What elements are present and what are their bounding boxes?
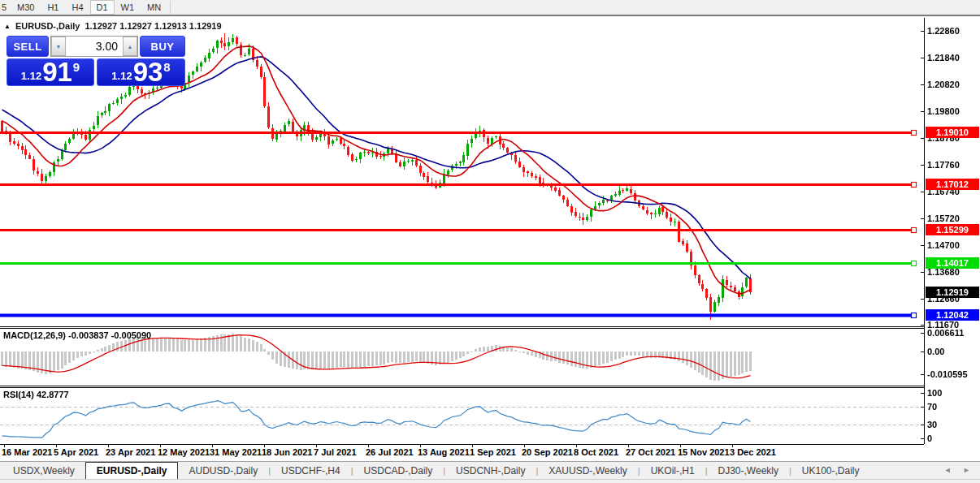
chart-tab-usdcad-daily[interactable]: USDCAD-,Daily	[353, 464, 444, 479]
rsi-pane-canvas[interactable]	[0, 387, 924, 444]
pane-separator	[0, 387, 924, 388]
chart-ohlc-values: 1.12927 1.12927 1.12913 1.12919	[85, 21, 221, 31]
price-axis-tick-mark	[921, 245, 924, 246]
timeframe-button-m30[interactable]: M30	[11, 0, 41, 15]
rsi-axis-tick-mark	[921, 393, 924, 394]
macd-axis-tick: 0.00	[927, 347, 978, 356]
current-price-label: 1.12919	[926, 287, 979, 298]
rsi-axis-tick: 100	[927, 388, 942, 398]
sell-price-panel[interactable]: 1.12 91 9	[7, 58, 94, 86]
hline-price-label: 1.19010	[926, 127, 979, 138]
date-label: 15 Nov 2021	[678, 447, 730, 457]
price-axis-tick: 1.14700	[927, 240, 960, 250]
price-axis-tick-mark	[921, 192, 924, 192]
volume-spinner: ▼ ▲	[50, 36, 138, 57]
sell-price-prefix: 1.12	[21, 70, 41, 82]
timeframe-button-w1[interactable]: W1	[115, 0, 141, 15]
price-axis-tick-mark	[921, 272, 924, 273]
price-axis-tick: 1.19800	[927, 106, 960, 116]
price-axis-tick-mark	[921, 299, 924, 300]
hline-price-label: 1.14017	[926, 257, 979, 269]
rsi-axis-tick-mark	[921, 425, 924, 425]
timeframe-button-d1[interactable]: D1	[90, 0, 115, 15]
price-axis-tick-mark	[921, 138, 924, 139]
price-axis-tick-mark	[921, 111, 924, 112]
timeframe-button-h1[interactable]: H1	[41, 0, 65, 15]
rsi-axis-tick: 30	[927, 420, 937, 429]
price-axis-tick: 1.21840	[927, 53, 960, 63]
sell-price-big: 91	[42, 60, 72, 84]
price-axis-tick: 1.20820	[927, 80, 960, 89]
hline-price-label: 1.17012	[926, 179, 979, 190]
chart-tab-usdx-weekly[interactable]: USDX,Weekly	[2, 464, 85, 479]
date-axis-line	[0, 444, 924, 445]
macd-indicator-label: MACD(12,26,9) -0.003837 -0.005090	[3, 330, 151, 340]
date-label: 8 Oct 2021	[574, 447, 618, 457]
macd-axis-tick: -0.010595	[927, 369, 978, 379]
date-label: 16 Mar 2021	[2, 447, 52, 457]
chart-tab-dj30-weekly[interactable]: DJ30-,Weekly	[708, 464, 789, 479]
date-label: 13 Aug 2021	[418, 447, 470, 457]
chart-window: ▲ EURUSD-,Daily 1.12927 1.12927 1.12913 …	[0, 18, 980, 461]
date-label: 31 May 2021	[210, 447, 262, 457]
price-axis-tick-mark	[921, 325, 924, 326]
date-label: 23 Apr 2021	[106, 447, 155, 457]
date-label: 20 Sep 2021	[522, 447, 573, 457]
one-click-trading-widget: SELL ▼ ▲ BUY 1.12 91 9 1.12 93 8	[7, 36, 185, 86]
rsi-indicator-label: RSI(14) 42.8777	[3, 390, 69, 399]
timeframe-button-h4[interactable]: H4	[65, 0, 89, 15]
chart-tab-ukoil-h1[interactable]: UKOil-,H1	[640, 464, 705, 479]
tab-scroll-icons[interactable]: ◄ ►	[944, 466, 975, 474]
date-label: 26 Jul 2021	[366, 447, 414, 457]
chart-tab-uk100-daily[interactable]: UK100-,Daily	[791, 464, 870, 479]
pane-separator[interactable]	[0, 326, 924, 327]
buy-price-panel[interactable]: 1.12 93 8	[97, 58, 185, 86]
macd-axis-tick: 0.006611	[927, 328, 978, 338]
hline-price-label: 1.15299	[926, 224, 979, 235]
trading-platform-window: 5M30H1H4D1W1MN ▲ EURUSD-,Daily 1.12927 1…	[0, 0, 980, 483]
buy-price-big: 93	[133, 60, 163, 84]
price-axis-tick: 1.15720	[927, 213, 960, 223]
buy-price-prefix: 1.12	[111, 70, 132, 82]
timeframe-button-5[interactable]: 5	[0, 0, 11, 15]
chart-tab-eurusd-daily[interactable]: EURUSD-,Daily	[85, 462, 179, 479]
chart-tab-usdcnh-daily[interactable]: USDCNH-,Daily	[445, 464, 536, 479]
pane-separator[interactable]	[0, 386, 924, 386]
volume-input[interactable]	[66, 37, 123, 56]
pane-separator	[0, 328, 924, 329]
price-axis-line	[924, 18, 925, 444]
price-axis-tick-mark	[921, 218, 924, 219]
date-label: 5 Apr 2021	[54, 447, 98, 457]
timeframe-toolbar: 5M30H1H4D1W1MN	[0, 0, 980, 16]
date-label: 18 Jun 2021	[262, 447, 312, 457]
date-label: 3 Dec 2021	[730, 447, 776, 457]
date-label: 1 Sep 2021	[470, 447, 516, 457]
rsi-axis-tick-mark	[921, 407, 924, 408]
date-label: 27 Oct 2021	[626, 447, 675, 457]
chart-tab-xauusd-weekly[interactable]: XAUUSD-,Weekly	[538, 464, 637, 479]
chart-tab-audusd-daily[interactable]: AUDUSD-,Daily	[178, 464, 268, 479]
price-axis-tick-mark	[921, 84, 924, 85]
chart-title-bar: ▲ EURUSD-,Daily 1.12927 1.12927 1.12913 …	[4, 21, 222, 31]
rsi-axis-tick-mark	[921, 438, 924, 439]
macd-axis-tick-mark	[921, 374, 924, 375]
chart-tab-usdchf-h4[interactable]: USDCHF-,H4	[271, 464, 351, 479]
status-strip	[0, 479, 980, 483]
chart-symbol-title: EURUSD-,Daily	[15, 21, 80, 31]
price-axis-tick-mark	[921, 58, 924, 58]
buy-price-pip: 8	[163, 60, 170, 74]
date-label: 7 Jul 2021	[314, 447, 357, 457]
buy-button[interactable]: BUY	[140, 36, 185, 57]
date-label: 12 May 2021	[158, 447, 210, 457]
volume-increase-icon[interactable]: ▲	[123, 37, 137, 56]
rsi-axis-tick: 70	[927, 402, 937, 412]
chart-collapse-icon[interactable]: ▲	[4, 23, 11, 30]
sell-button[interactable]: SELL	[7, 36, 49, 57]
toolbar-separator	[170, 1, 171, 14]
volume-decrease-icon[interactable]: ▼	[51, 37, 66, 56]
price-axis-tick: 1.22860	[927, 26, 960, 36]
timeframe-button-mn[interactable]: MN	[141, 0, 167, 15]
chart-tab-bar: USDX,WeeklyEURUSD-,DailyAUDUSD-,Daily|US…	[0, 461, 980, 479]
rsi-axis-tick: 0	[927, 433, 932, 443]
macd-axis-tick-mark	[921, 333, 924, 334]
